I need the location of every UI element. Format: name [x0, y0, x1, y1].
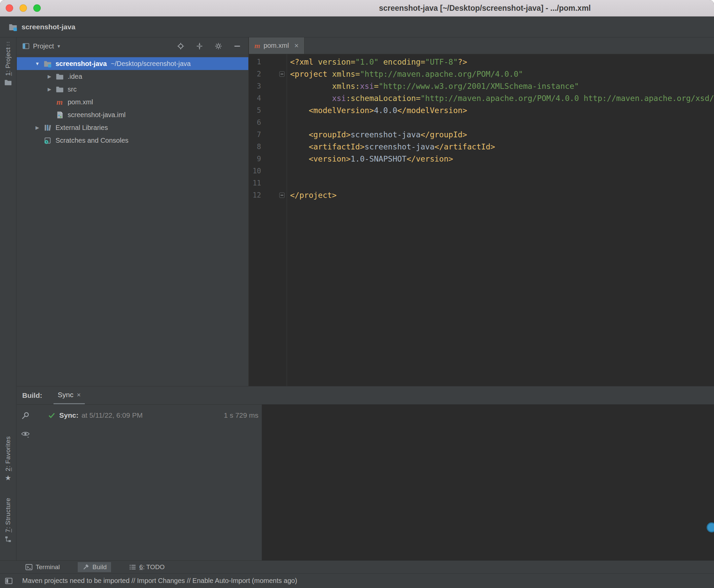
collapse-all-icon[interactable]: [196, 42, 203, 50]
scratches-icon: [42, 136, 52, 144]
chevron-right-icon[interactable]: ▶: [44, 86, 55, 92]
tree-item-hint: ~/Desktop/screenshot-java: [111, 60, 191, 68]
tree-item-idea[interactable]: ▶.idea: [17, 70, 248, 83]
code-text: <?xml version="1.0" encoding="UTF-8"?>: [290, 58, 467, 66]
editor-tab-bar: m pom.xml ×: [249, 37, 714, 54]
line-number: 11: [249, 177, 261, 189]
code-text: <version>1.0-SNAPSHOT</version>: [290, 154, 453, 163]
code-line-9[interactable]: 9 <version>1.0-SNAPSHOT</version>: [249, 153, 714, 165]
code-line-3[interactable]: 3 xmlns:xsi="http://www.w3.org/2001/XMLS…: [249, 80, 714, 92]
enable-auto-import-link[interactable]: Enable Auto-Import: [192, 577, 250, 584]
chevron-right-icon[interactable]: ▶: [44, 74, 55, 79]
project-tree: ▼screenshot-java~/Desktop/screenshot-jav…: [17, 55, 248, 147]
terminal-icon: [25, 563, 33, 571]
locate-icon[interactable]: [177, 42, 185, 50]
code-line-1[interactable]: 1<?xml version="1.0" encoding="UTF-8"?>: [249, 56, 714, 68]
build-tab-label: Sync: [58, 391, 73, 399]
project-view-selector[interactable]: Project: [33, 42, 54, 50]
build-tab-sync[interactable]: Sync ×: [53, 386, 84, 404]
status-prefix: Maven projects need to be imported //: [22, 577, 137, 584]
build-label: Build: [92, 563, 107, 571]
tool-button-favorites[interactable]: 2: Favorites ★: [0, 436, 16, 482]
chevron-right-icon[interactable]: ▶: [32, 125, 42, 130]
toolwindow-toggle-icon[interactable]: [5, 577, 13, 585]
iml-file-icon: [55, 111, 65, 119]
tree-item-label: src: [68, 85, 77, 93]
editor-tab-label: pom.xml: [263, 42, 289, 49]
code-text: <artifactId>screenshot-java</artifactId>: [290, 142, 495, 151]
tree-item-scratches-and-consoles[interactable]: Scratches and Consoles: [17, 134, 248, 147]
tool-button-project[interactable]: 1: Project: [0, 47, 16, 86]
code-line-4[interactable]: 4 xsi:schemaLocation="http://maven.apach…: [249, 92, 714, 104]
navigation-bar: screenshot-java: [0, 17, 714, 37]
code-line-8[interactable]: 8 <artifactId>screenshot-java</artifactI…: [249, 141, 714, 153]
tool-window-bar: Terminal Build 6: TODO: [0, 561, 714, 573]
tool-button-structure[interactable]: 7: Structure: [0, 498, 16, 543]
maven-icon: m: [254, 42, 260, 50]
line-number: 3: [249, 80, 261, 92]
code-line-7[interactable]: 7 <groupId>screenshot-java</groupId>: [249, 129, 714, 141]
close-tab-icon[interactable]: ×: [295, 41, 299, 50]
pin-icon[interactable]: [21, 411, 30, 420]
star-icon: ★: [5, 474, 12, 482]
close-window-button[interactable]: [6, 4, 13, 12]
build-panel-toolbar: [17, 404, 34, 561]
import-changes-link[interactable]: Import Changes: [137, 577, 185, 584]
libraries-icon: [42, 124, 52, 132]
tool-button-project-label: 1: Project: [4, 47, 12, 76]
hide-panel-icon[interactable]: [234, 42, 241, 50]
tree-item-src[interactable]: ▶src: [17, 83, 248, 96]
tree-item-screenshot-java-iml[interactable]: screenshot-java.iml: [17, 108, 248, 121]
line-number: 1: [249, 56, 261, 68]
tree-item-external-libraries[interactable]: ▶External Libraries: [17, 121, 248, 134]
build-sync-row[interactable]: Sync: at 5/11/22, 6:09 PM 1 s 729 ms: [34, 408, 262, 422]
line-number: 4: [249, 92, 261, 104]
breadcrumb-project[interactable]: screenshot-java: [22, 23, 75, 31]
tree-item-pom-xml[interactable]: mpom.xml: [17, 96, 248, 108]
tool-button-terminal[interactable]: Terminal: [21, 562, 64, 572]
project-panel-header: Project ▼: [17, 37, 248, 55]
line-number: 5: [249, 104, 261, 117]
tree-item-label: screenshot-java: [56, 60, 107, 68]
build-panel-header: Build: Sync ×: [17, 386, 714, 404]
fold-marker-icon[interactable]: [279, 192, 285, 198]
todo-label: 6: TODO: [139, 563, 165, 571]
titlebar: screenshot-java [~/Desktop/screenshot-ja…: [0, 0, 714, 17]
tool-button-build[interactable]: Build: [78, 562, 111, 572]
editor-code: 1<?xml version="1.0" encoding="UTF-8"?>2…: [249, 54, 714, 201]
tree-item-label: .idea: [68, 73, 82, 80]
project-folder-icon: [9, 23, 17, 31]
line-number: 2: [249, 68, 261, 80]
build-tree: Sync: at 5/11/22, 6:09 PM 1 s 729 ms: [34, 404, 262, 561]
notification-dot[interactable]: [707, 522, 714, 532]
code-text: <groupId>screenshot-java</groupId>: [290, 130, 467, 139]
code-line-5[interactable]: 5 <modelVersion>4.0.0</modelVersion>: [249, 104, 714, 117]
project-view-icon: [22, 42, 29, 50]
todo-list-icon: [129, 563, 136, 571]
code-line-12[interactable]: 12</project>: [249, 189, 714, 201]
editor-tab-pom-xml[interactable]: m pom.xml ×: [249, 37, 304, 54]
editor[interactable]: 1<?xml version="1.0" encoding="UTF-8"?>2…: [249, 54, 714, 386]
code-line-11[interactable]: 11: [249, 177, 714, 189]
line-number: 7: [249, 129, 261, 141]
build-panel-title: Build:: [22, 392, 42, 400]
code-line-10[interactable]: 10: [249, 165, 714, 177]
settings-gear-icon[interactable]: [215, 42, 222, 50]
project-folder-icon: [42, 60, 52, 68]
code-line-2[interactable]: 2<project xmlns="http://maven.apache.org…: [249, 68, 714, 80]
code-line-6[interactable]: 6: [249, 117, 714, 129]
tree-item-label: Scratches and Consoles: [56, 136, 129, 144]
build-output-console[interactable]: [262, 404, 714, 561]
close-sync-tab-icon[interactable]: ×: [77, 391, 81, 399]
zoom-window-button[interactable]: [33, 4, 41, 12]
hammer-icon: [82, 563, 89, 571]
tool-button-todo[interactable]: 6: TODO: [125, 562, 169, 572]
code-text: <modelVersion>4.0.0</modelVersion>: [290, 106, 467, 115]
minimize-window-button[interactable]: [20, 4, 27, 12]
filter-eye-icon[interactable]: [21, 430, 30, 439]
chevron-down-icon[interactable]: ▼: [57, 44, 61, 49]
chevron-down-icon[interactable]: ▼: [32, 61, 42, 66]
tree-item-screenshot-java[interactable]: ▼screenshot-java~/Desktop/screenshot-jav…: [17, 57, 248, 70]
folder-icon: [55, 72, 65, 80]
fold-marker-icon[interactable]: [279, 71, 285, 77]
